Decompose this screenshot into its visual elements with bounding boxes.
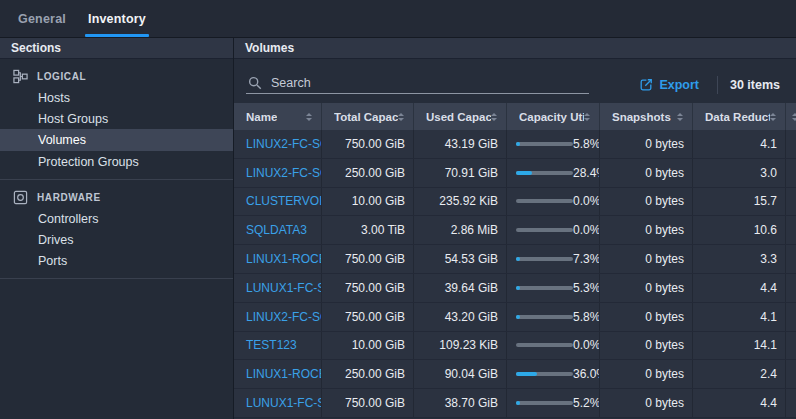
volume-name-link[interactable]: LINUX2-FC-SQLLO... xyxy=(234,159,321,187)
used-capacity-cell: 43.20 GiB xyxy=(413,303,506,331)
column-header-label: Name xyxy=(246,111,277,123)
sidebar-item-ports[interactable]: Ports xyxy=(0,250,233,271)
sidebar-groups: LOGICALHostsHost GroupsVolumesProtection… xyxy=(0,59,233,279)
search-input[interactable] xyxy=(271,76,589,90)
data-reduction-cell: 2.4 xyxy=(692,360,785,388)
utilization-percent-label: 5.2% xyxy=(573,396,599,410)
total-capacity-cell: 10.00 GiB xyxy=(321,332,413,360)
total-capacity-cell: 10.00 GiB xyxy=(321,188,413,216)
tab-inventory[interactable]: Inventory xyxy=(88,0,146,37)
sidebar-divider xyxy=(0,278,233,279)
sidebar-group-logical: LOGICALHostsHost GroupsVolumesProtection… xyxy=(0,59,233,180)
sidebar-item-hosts[interactable]: Hosts xyxy=(0,87,233,108)
column-header-label: Total Capacity xyxy=(334,111,398,123)
utilization-percent-label: 0.0% xyxy=(573,338,599,352)
volume-name-link[interactable]: LUNUX1-FC-SQLDA... xyxy=(234,389,321,417)
extra-cell xyxy=(785,159,796,187)
utilization-percent-label: 0.0% xyxy=(573,194,599,208)
sections-sidebar: Sections LOGICALHostsHost GroupsVolumesP… xyxy=(0,38,234,419)
tab-general[interactable]: General xyxy=(18,0,66,37)
sort-icon[interactable] xyxy=(398,113,404,121)
capacity-utilization-cell: 36.0% xyxy=(506,360,599,388)
export-button[interactable]: Export xyxy=(633,74,705,96)
top-tab-bar: GeneralInventory xyxy=(0,0,796,38)
column-header-reduction[interactable]: Data Reducti... xyxy=(692,103,785,130)
total-capacity-cell: 750.00 GiB xyxy=(321,245,413,273)
data-reduction-cell: 3.0 xyxy=(692,159,785,187)
column-header-total[interactable]: Total Capacity xyxy=(321,103,413,130)
utilization-bar-track xyxy=(516,171,573,175)
data-reduction-cell: 4.1 xyxy=(692,130,785,158)
sidebar-group-header-hardware: HARDWARE xyxy=(0,186,233,208)
data-reduction-cell: 3.3 xyxy=(692,245,785,273)
volume-name-link[interactable]: LINUX1-ROCE-SQL... xyxy=(234,360,321,388)
utilization-bar-track xyxy=(516,257,573,261)
extra-cell xyxy=(785,332,796,360)
volume-name-link[interactable]: LINUX2-FC-SQLDA... xyxy=(234,303,321,331)
capacity-utilization-cell: 5.8% xyxy=(506,303,599,331)
table-row: TEST12310.00 GiB109.23 KiB0.0%0 bytes14.… xyxy=(234,332,796,361)
sort-icon[interactable] xyxy=(491,113,497,121)
used-capacity-cell: 235.92 KiB xyxy=(413,188,506,216)
volume-name-link[interactable]: LUNUX1-FC-SQLDA... xyxy=(234,274,321,302)
extra-cell xyxy=(785,245,796,273)
utilization-bar-fill xyxy=(516,401,520,405)
app-shell: Sections LOGICALHostsHost GroupsVolumesP… xyxy=(0,38,796,419)
capacity-utilization-cell: 5.3% xyxy=(506,274,599,302)
volume-name-link[interactable]: CLUSTERVOL xyxy=(234,188,321,216)
sort-icon[interactable] xyxy=(306,113,312,121)
sidebar-item-protection-groups[interactable]: Protection Groups xyxy=(0,151,233,172)
sidebar-item-volumes[interactable]: Volumes xyxy=(0,129,233,151)
table-row: LUNUX1-FC-SQLDA...750.00 GiB38.70 GiB5.2… xyxy=(234,389,796,418)
extra-cell xyxy=(785,188,796,216)
used-capacity-cell: 109.23 KiB xyxy=(413,332,506,360)
utilization-percent-label: 0.0% xyxy=(573,223,599,237)
utilization-bar-track xyxy=(516,315,573,319)
volume-name-link[interactable]: LINUX1-ROCE-SQL... xyxy=(234,245,321,273)
total-capacity-cell: 3.00 TiB xyxy=(321,216,413,244)
total-capacity-cell: 250.00 GiB xyxy=(321,159,413,187)
column-header-name[interactable]: Name xyxy=(234,103,321,130)
column-header-snapshots[interactable]: Snapshots xyxy=(599,103,692,130)
sort-icon[interactable] xyxy=(677,113,683,121)
sort-icon[interactable] xyxy=(770,113,776,121)
total-capacity-cell: 750.00 GiB xyxy=(321,274,413,302)
used-capacity-cell: 54.53 GiB xyxy=(413,245,506,273)
table-header-row: NameTotal CapacityUsed CapacityCapacity … xyxy=(234,103,796,130)
utilization-bar-track xyxy=(516,228,573,232)
utilization-bar-track xyxy=(516,372,573,376)
volume-name-link[interactable]: TEST123 xyxy=(234,332,321,360)
volume-name-link[interactable]: SQLDATA3 xyxy=(234,216,321,244)
export-icon xyxy=(639,78,653,92)
page-title: Volumes xyxy=(234,38,796,59)
utilization-percent-label: 5.8% xyxy=(573,310,599,324)
snapshots-cell: 0 bytes xyxy=(599,216,692,244)
capacity-utilization-cell: 0.0% xyxy=(506,188,599,216)
sidebar-item-controllers[interactable]: Controllers xyxy=(0,208,233,229)
capacity-utilization-cell: 0.0% xyxy=(506,216,599,244)
volume-name-link[interactable]: LINUX2-FC-SQLDA... xyxy=(234,130,321,158)
items-count: 30 items xyxy=(730,78,784,92)
capacity-utilization-cell: 5.2% xyxy=(506,389,599,417)
logical-icon xyxy=(13,69,28,84)
column-header-used[interactable]: Used Capacity xyxy=(413,103,506,130)
capacity-utilization-cell: 7.3% xyxy=(506,245,599,273)
data-reduction-cell: 15.7 xyxy=(692,188,785,216)
sort-icon[interactable] xyxy=(584,113,590,121)
hardware-icon xyxy=(13,190,28,205)
total-capacity-cell: 250.00 GiB xyxy=(321,360,413,388)
sort-icon[interactable] xyxy=(792,113,796,121)
table-toolbar: Export 30 items xyxy=(246,71,784,99)
utilization-bar-track xyxy=(516,401,573,405)
utilization-percent-label: 28.4% xyxy=(573,166,599,180)
search-field[interactable] xyxy=(246,76,589,94)
sidebar-item-host-groups[interactable]: Host Groups xyxy=(0,108,233,129)
capacity-utilization-cell: 28.4% xyxy=(506,159,599,187)
sidebar-item-drives[interactable]: Drives xyxy=(0,229,233,250)
table-row: LUNUX1-FC-SQLDA...750.00 GiB39.64 GiB5.3… xyxy=(234,274,796,303)
utilization-bar-fill xyxy=(516,315,520,319)
utilization-bar-fill xyxy=(516,372,537,376)
column-header-util[interactable]: Capacity Utili... xyxy=(506,103,599,130)
sidebar-title: Sections xyxy=(0,38,233,59)
utilization-bar-track xyxy=(516,199,573,203)
